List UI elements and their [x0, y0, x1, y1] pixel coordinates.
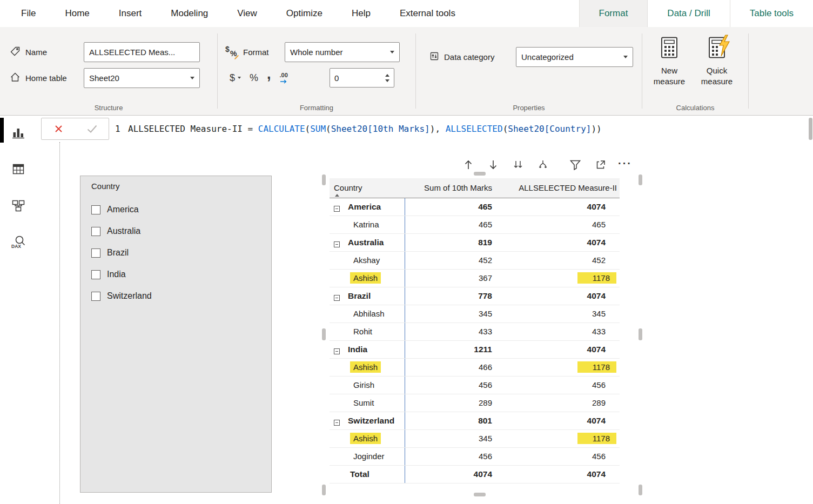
- row-label: Switzerland: [345, 415, 398, 427]
- home-table-select[interactable]: Sheet20: [84, 68, 200, 88]
- row-label: Ashish: [350, 272, 381, 284]
- menu-tab[interactable]: File: [6, 0, 50, 27]
- contextual-menu-tab[interactable]: Data / Drill: [647, 0, 729, 27]
- marks-value: 466: [405, 358, 500, 376]
- contextual-menu-tab[interactable]: Table tools: [730, 0, 813, 27]
- menu-tab[interactable]: Modeling: [156, 0, 223, 27]
- table-row[interactable]: Switzerland 801 4074: [330, 412, 620, 429]
- column-header-marks[interactable]: Sum of 10th Marks: [405, 178, 500, 198]
- currency-format-button[interactable]: $: [225, 69, 245, 87]
- spinner-up-icon[interactable]: [385, 74, 389, 77]
- menu-tab[interactable]: Home: [50, 0, 104, 27]
- table-row[interactable]: Abhilash 345 345: [330, 305, 620, 322]
- selection-handle[interactable]: [639, 328, 642, 340]
- pane-divider[interactable]: [59, 142, 60, 504]
- matrix-visual[interactable]: Country Sum of 10th Marks ALLSELECTED Me…: [330, 178, 620, 483]
- table-row[interactable]: Total 4074 4074: [330, 465, 620, 483]
- menu-tab[interactable]: Optimize: [272, 0, 337, 27]
- percent-format-button[interactable]: %: [245, 69, 263, 87]
- menu-tab[interactable]: Insert: [104, 0, 157, 27]
- selection-handle[interactable]: [474, 172, 486, 176]
- group-label-calculations: Calculations: [642, 104, 748, 112]
- menu-tab[interactable]: External tools: [385, 0, 470, 27]
- measure-value: 4074: [584, 468, 609, 480]
- go-to-next-level-button[interactable]: [509, 156, 527, 174]
- menu-tab[interactable]: View: [223, 0, 272, 27]
- double-down-arrow-icon: [513, 159, 523, 170]
- slicer-item[interactable]: India: [91, 264, 267, 285]
- table-row[interactable]: Ashish 345 1178: [330, 429, 620, 447]
- slicer-item[interactable]: Australia: [91, 220, 267, 242]
- selection-handle[interactable]: [474, 493, 486, 496]
- dax-formula-input[interactable]: ALLSELECTED Measure-II = CALCULATE(SUM(S…: [128, 116, 602, 142]
- menu-tabs: FileHomeInsertModelingViewOptimizeHelpEx…: [0, 0, 470, 27]
- table-row[interactable]: Ashish 466 1178: [330, 358, 620, 376]
- expand-all-button[interactable]: [534, 156, 552, 174]
- model-view-button[interactable]: [0, 195, 36, 217]
- measure-name-input[interactable]: ALLSELECTED Meas...: [84, 42, 200, 62]
- table-row[interactable]: America 465 4074: [330, 198, 620, 216]
- formula-scrollbar[interactable]: [809, 118, 812, 140]
- collapse-icon[interactable]: [334, 348, 340, 354]
- commit-button[interactable]: [75, 118, 109, 139]
- slicer-item[interactable]: Brazil: [91, 242, 267, 264]
- contextual-menu-tab[interactable]: Format: [579, 0, 648, 27]
- slicer-item[interactable]: America: [91, 199, 267, 220]
- marks-value: 1211: [405, 340, 500, 358]
- selection-handle[interactable]: [322, 328, 326, 340]
- column-header-country[interactable]: Country: [330, 178, 405, 198]
- slicer-visual[interactable]: Country America Australia Brazil: [80, 176, 272, 493]
- table-row[interactable]: Katrina 465 465: [330, 216, 620, 233]
- new-measure-button[interactable]: New measure: [647, 35, 692, 87]
- spinner-down-icon[interactable]: [385, 79, 389, 82]
- table-row[interactable]: Joginder 456 456: [330, 447, 620, 465]
- drill-up-button[interactable]: [459, 156, 478, 174]
- selection-handle[interactable]: [639, 485, 642, 495]
- collapse-icon[interactable]: [334, 206, 340, 212]
- decimal-places-button[interactable]: .00: [276, 69, 292, 87]
- collapse-icon[interactable]: [334, 420, 340, 426]
- more-options-button[interactable]: ···: [616, 156, 634, 174]
- data-category-select[interactable]: Uncategorized: [516, 47, 633, 67]
- selection-handle[interactable]: [322, 174, 326, 185]
- powerbi-window: FileHomeInsertModelingViewOptimizeHelpEx…: [0, 0, 813, 504]
- table-row[interactable]: Rohit 433 433: [330, 322, 620, 340]
- checkbox[interactable]: [91, 292, 100, 301]
- table-row[interactable]: Australia 819 4074: [330, 233, 620, 251]
- filters-button[interactable]: [566, 156, 584, 174]
- focus-mode-button[interactable]: [591, 156, 609, 174]
- collapse-icon[interactable]: [334, 295, 340, 301]
- checkbox[interactable]: [91, 227, 100, 236]
- slicer-item[interactable]: Switzerland: [91, 285, 267, 307]
- checkbox[interactable]: [91, 270, 100, 279]
- table-row[interactable]: Ashish 367 1178: [330, 269, 620, 287]
- marks-value: 819: [405, 233, 500, 251]
- thousands-separator-button[interactable]: ,: [263, 69, 276, 87]
- quick-measure-button[interactable]: Quick measure: [694, 35, 740, 87]
- dax-token: SUM: [310, 124, 326, 134]
- checkbox[interactable]: [91, 205, 100, 214]
- selection-handle[interactable]: [639, 174, 642, 185]
- column-header-measure[interactable]: ALLSELECTED Measure-II: [500, 178, 620, 198]
- dax-query-view-button[interactable]: DAX: [0, 231, 36, 253]
- row-label: Rohit: [350, 326, 375, 337]
- table-row[interactable]: India 1211 4074: [330, 340, 620, 358]
- drill-down-button[interactable]: [484, 156, 502, 174]
- lightning-icon: [717, 35, 730, 57]
- table-row[interactable]: Sumit 289 289: [330, 394, 620, 412]
- cancel-button[interactable]: [42, 118, 75, 139]
- decimal-places-input[interactable]: 0: [330, 68, 394, 88]
- dax-token: Sheet20[Country]: [508, 124, 591, 134]
- selection-handle[interactable]: [322, 485, 326, 495]
- report-view-button[interactable]: [0, 122, 36, 144]
- data-view-button[interactable]: [0, 158, 36, 180]
- menu-tab[interactable]: Help: [337, 0, 385, 27]
- measure-value: 289: [589, 397, 609, 408]
- menu-bar: FileHomeInsertModelingViewOptimizeHelpEx…: [0, 0, 813, 27]
- table-row[interactable]: Akshay 452 452: [330, 251, 620, 269]
- table-row[interactable]: Brazil 778 4074: [330, 287, 620, 305]
- table-row[interactable]: Girish 456 456: [330, 376, 620, 394]
- format-type-select[interactable]: Whole number: [285, 42, 400, 62]
- checkbox[interactable]: [91, 248, 100, 258]
- collapse-icon[interactable]: [334, 241, 340, 247]
